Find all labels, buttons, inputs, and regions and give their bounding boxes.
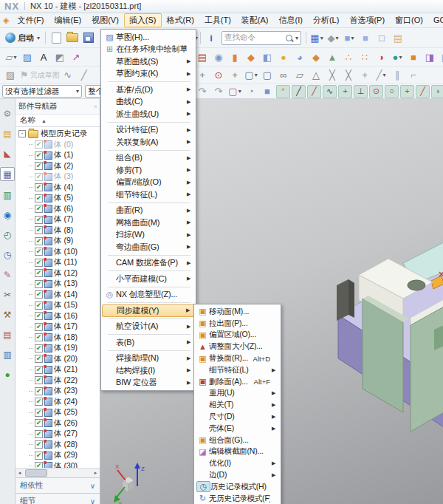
checkbox-icon[interactable] [35,355,43,363]
checkbox-icon[interactable] [35,312,43,320]
sync-menu-item[interactable]: 壳体(E) ▶ [195,423,280,435]
mirror-feature-icon[interactable]: ◑ ▾ [374,50,388,64]
insert-menu-item[interactable]: ◎ NX 创意塑型(Z)... ▶ [102,289,195,302]
profile-icon[interactable]: ▢ ▾ [244,68,258,83]
sync-menu-item[interactable]: ▣ 组合面(G)... ▶ [195,435,280,446]
open-file-button[interactable] [65,30,80,45]
tree-body-row[interactable]: 体 (24) [16,397,100,408]
insert-menu-item[interactable]: ⊞ 在任务环境中绘制草图(V)... ▶ [102,44,195,56]
tree-body-row[interactable]: 体 (26) [16,418,100,429]
checkbox-icon[interactable] [35,323,43,331]
shaded-cube-icon[interactable]: ■ ▾ [358,30,373,45]
checkbox-icon[interactable] [35,409,43,417]
sync-menu-item[interactable]: ▲ 调整面大小(Z)... ▶ [195,341,280,353]
checkbox-icon[interactable] [35,462,43,468]
emboss-icon[interactable]: ◆ ▾ [309,50,323,64]
checkbox-icon[interactable] [35,162,43,170]
sync-menu-item[interactable]: ▣ 移动面(M)... ▶ [195,306,280,318]
checkbox-icon[interactable] [35,151,43,160]
sync-menu-item[interactable]: ◪ 编辑横截面(N)... ▶ [195,446,280,458]
reuse-library-icon[interactable]: ▥ [1,188,14,201]
collapsed-panel-row[interactable]: 相依性 ∨ [16,477,100,493]
tree-body-row[interactable]: 体 (15) [16,300,100,311]
checkbox-icon[interactable] [35,140,43,149]
sync-menu-item[interactable]: 尺寸(D) ▶ [195,411,280,423]
snap-point-on-curve-icon[interactable]: + ▾ [400,85,414,98]
insert-menu-item[interactable]: BIW 定位器 ▶ [102,377,195,389]
process-studio-icon[interactable]: ✂ [1,288,14,301]
redo-selection-icon[interactable]: ↷ ▾ [211,84,226,99]
sector-icon[interactable]: ◕ ▾ [292,50,307,64]
tree-body-row[interactable]: 体 (5) [16,193,100,204]
datum-plane-icon[interactable]: ▱ ▾ [4,50,18,64]
sync-menu-item[interactable]: ▣ 替换面(R)... Alt+D ▶ [195,353,280,364]
sync-menu-item[interactable]: 相关(T) ▶ [195,399,280,411]
ellipse-icon[interactable]: ⊙ ▾ [211,68,226,83]
snap-arc-center-icon[interactable]: ⊙ ▾ [369,85,383,98]
column-header[interactable]: 名称 ▲ [16,115,100,127]
assembly-navigator-icon[interactable]: ▤ [1,127,14,140]
sync-menu-item[interactable]: 边(D) ▶ [195,469,280,481]
checkbox-icon[interactable] [35,419,43,427]
insert-menu-item[interactable]: 扫掠(W) ▶ [102,229,195,242]
tree-body-row[interactable]: 体 (30) [16,461,100,469]
insert-menu-item[interactable]: 派生曲线(U) ▶ [102,108,195,120]
tree-body-row[interactable]: 体 (4) [16,183,100,194]
new-file-button[interactable] [49,30,63,45]
insert-menu-item[interactable]: 同步建模(Y) ▶ [102,304,195,317]
web-browser-icon[interactable]: ◴ [1,228,14,241]
horizontal-scrollbar[interactable]: ◂ ▸ [16,468,100,477]
datum-csys-icon[interactable]: ◩ ▾ [52,50,67,64]
fillet-icon[interactable]: ∞ ▾ [276,68,291,83]
tree-body-row[interactable]: 体 (2) [16,161,100,172]
menubar-item[interactable]: 文件(F) [12,13,49,27]
menubar-item[interactable]: 首选项(P) [344,13,390,27]
menubar-item[interactable]: 视图(V) [86,13,124,27]
menubar-item[interactable]: 插入(S) [124,13,162,27]
menubar-item[interactable]: 装配(A) [236,13,274,27]
insert-menu-item[interactable]: 结构焊接(I) ▶ [102,364,195,377]
trim-icon[interactable]: ╳ ▾ [325,68,340,83]
tree-body-row[interactable]: 体 (22) [16,375,100,386]
insert-menu-item[interactable]: ▨ 草图(H)... ▶ [102,31,195,44]
insert-menu-item[interactable]: 偏置/缩放(O) ▶ [102,177,195,189]
sync-menu-item[interactable]: ▣ 删除面(A)... Alt+F ▶ [195,376,280,388]
menubar-item[interactable]: 窗口(O) [390,13,428,27]
manufacturing-wizard-icon[interactable]: ⚒ [1,308,14,321]
rectangle-icon[interactable]: ▢ ▾ [260,68,275,83]
datum-axis-icon[interactable]: ↗ ▾ [69,50,83,64]
checkbox-icon[interactable] [35,259,43,267]
snap-pole-icon[interactable]: ∿ ▾ [323,85,337,98]
boss-icon[interactable]: ▲ ▾ [325,50,340,64]
offset-curve-icon[interactable]: + ▾ [357,68,372,83]
tree-body-row[interactable]: 体 (12) [16,268,100,279]
tree-body-row[interactable]: 体 (14) [16,290,100,301]
tree-body-row[interactable]: 体 (1) [16,150,100,161]
checkbox-icon[interactable] [35,237,43,245]
tree-body-row[interactable]: 体 (17) [16,321,100,333]
tree-body-row[interactable]: 体 (8) [16,225,100,236]
shell-icon[interactable]: ▣ ▾ [439,50,443,64]
sync-menu-item[interactable]: 优化(I) ▶ [195,457,280,469]
extend-icon[interactable]: ╳ ▾ [341,68,356,83]
sync-menu-item[interactable]: ▣ 拉出面(P)... ▶ [195,318,280,330]
tree-body-row[interactable]: 体 (29) [16,450,100,461]
insert-menu-item[interactable]: 焊接助理(N) ▶ [102,353,195,365]
constraint-navigator-icon[interactable]: ◣ [1,147,14,160]
checkbox-icon[interactable] [35,344,43,353]
finish-sketch-flag-icon[interactable]: ⚑ 完成草图 [20,68,60,83]
insert-menu-item[interactable]: 弯边曲面(G) ▶ [102,241,195,253]
tree-root-row[interactable]: 模型历史记录 [16,129,100,140]
tree-body-row[interactable]: 体 (10) [16,247,100,258]
dimension-icon[interactable]: ╱ ▾ [374,68,388,83]
blend-icon[interactable]: ● ▾ [276,50,291,64]
insert-menu-item[interactable]: 表(B) ▶ [102,336,195,349]
checkbox-icon[interactable] [35,183,43,191]
section-view-icon[interactable]: ▤ ▾ [391,30,405,45]
pattern-face-icon[interactable]: ∷ ▾ [357,50,372,64]
checkbox-icon[interactable] [35,226,43,234]
solid-select-icon[interactable]: ■ ▾ [260,84,275,99]
save-button[interactable] [81,30,96,45]
show-hide-part-icon[interactable]: ◆ ▾ [326,30,340,45]
checkbox-icon[interactable] [35,269,43,277]
